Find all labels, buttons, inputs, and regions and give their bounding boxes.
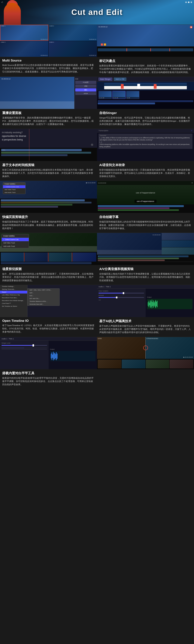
stinger-level-label: Stinger Level	[2, 342, 47, 344]
replay-btn-1[interactable]: POI设置	[75, 81, 96, 84]
voice-header: Audio 1 - TMix 1	[97, 285, 194, 288]
menu-item-detect-cuts[interactable]: ✓ Detect Scene Cuts	[3, 185, 25, 188]
av-video-area: 01:00:04:00	[97, 233, 194, 254]
bw-2	[52, 352, 52, 360]
auto-subtitle-image: use of happenstance use of happenstance …	[97, 181, 194, 213]
stinger-slider[interactable]	[2, 345, 47, 346]
auto-stinger-button[interactable]: Auto Stinger	[99, 78, 112, 81]
stinger-thumb-2[interactable]: 01:01:38	[112, 91, 126, 99]
stinger-thumb-3[interactable]: 01:06	[126, 91, 139, 99]
voice-amount-value: Amount	[99, 294, 144, 296]
otio-sub-3[interactable]: ALE...	[28, 294, 59, 297]
stinger-thumb-1[interactable]: 01:01:38	[99, 91, 112, 99]
otio-item-4[interactable]: Reconform From Bins...	[0, 296, 27, 299]
voice-waveform	[147, 299, 193, 309]
auto-stinger-section: Auto Stinger Add to ISE 01:01:38	[97, 77, 194, 129]
otio-left-menu: Timeline Settings... Starting Timecode..…	[0, 285, 28, 317]
otio-sub-4[interactable]: ALF and CDL...	[28, 297, 59, 300]
poi-marker-2	[150, 48, 151, 51]
wb-output-label: Output	[50, 348, 96, 350]
otio-section: Timeline Settings... Starting Timecode..…	[0, 285, 97, 337]
scene-clip-3	[49, 252, 72, 262]
qe-track-1	[1, 199, 85, 202]
voice-amount-slider-2[interactable]	[99, 297, 144, 298]
av-side-3	[162, 248, 194, 254]
poi-marker-1	[126, 48, 127, 51]
otio-sub-2[interactable]: AAF...	[28, 292, 59, 294]
camera-4: CAM 4 01:00:42:12	[49, 41, 97, 57]
menu-item-video-track[interactable]: Add Video Track	[3, 188, 25, 191]
replay-btn-3[interactable]: 播出	[75, 88, 96, 92]
voice-amount-slider[interactable]	[99, 293, 144, 294]
voice-isolation-text: 基于AI的人声隔离音效功能可以从人声录音中移移杂频的、不需要的声音。将录音中的对…	[99, 324, 192, 334]
stinger-thumb[interactable]	[33, 344, 34, 346]
replay-btn-2[interactable]: 录制	[75, 84, 96, 88]
markers-timecode: 01:00:04:12	[99, 26, 108, 28]
otio-item-2[interactable]: Starting Timecode...	[0, 288, 27, 291]
quick-edit-image: Create Subtitles ✓ Detect Scene Cuts Add…	[0, 181, 97, 213]
replay-btn-4[interactable]: ATEM	[75, 92, 96, 95]
text-tl-content: m industry evolving? opportunities for d…	[2, 131, 95, 142]
amount-thumb[interactable]	[116, 296, 117, 298]
ice-surface	[0, 101, 74, 109]
wb-slider-2[interactable]	[2, 348, 47, 348]
nav-dot-2[interactable]	[188, 2, 189, 3]
cut-marker-3	[72, 252, 72, 262]
otio-item-export[interactable]: Export	[0, 291, 27, 294]
wb-9	[154, 302, 154, 306]
stinger-image: Auto Stinger Add to ISE 01:01:38	[97, 77, 194, 109]
before-label: 处理前	[98, 338, 102, 340]
bw-8	[56, 352, 57, 360]
auto-subtitle-text: 快编页面和精编页面的上的自动字幕功能能够将时间线语音转变本自动转录进时间线上的字…	[99, 220, 192, 230]
scene-tl-track	[1, 262, 92, 264]
wb-clip-1	[98, 360, 121, 368]
otio-sub-5[interactable]: Timeline Markers to EDL...	[28, 300, 59, 303]
otio-item-1[interactable]: Timeline Settings...	[0, 285, 27, 288]
multi-source-title: Multi Source	[2, 59, 95, 62]
menu-detect-scene[interactable]: ✓ Detect Scene Cuts	[2, 238, 29, 241]
stinger-hockey-visual	[104, 83, 187, 90]
menu-detect-cuts[interactable]: Create Subtitles	[2, 234, 29, 238]
feature-row-7: Audio 1 - TMix 1 Stinger Level	[0, 337, 194, 389]
text-timeline-image: m industry evolving? opportunities for d…	[0, 129, 97, 161]
playhead	[29, 129, 29, 161]
otio-item-6[interactable]: ColorTrace™	[0, 302, 27, 305]
menu-item-audio-track[interactable]: Add Audio Track	[3, 191, 25, 194]
scene-cut-image: Create Subtitles ✓ Detect Scene Cuts Add…	[0, 233, 97, 265]
cam-3-label: CAM 3	[1, 41, 5, 43]
wb-main-panel: 处理前 应用场景剪切探测后 ▶ 01:01:00:00	[97, 337, 194, 359]
menu-add-audio[interactable]: Add Audio Track	[2, 244, 29, 248]
wb-clip-2	[122, 360, 145, 368]
wb-slider-3[interactable]	[2, 349, 47, 350]
wb-10	[155, 301, 155, 307]
nav-dot-3[interactable]	[190, 2, 192, 3]
voice-isolation-title: 基于AI的人声隔离技术	[99, 319, 192, 323]
stinger-thumb-3-tc: 01:06	[126, 97, 139, 99]
otio-image: Timeline Settings... Starting Timecode..…	[0, 285, 97, 317]
multi-source-image: CAM 1 01:00:42:12 CAM 2 01:00:42:12 CAM …	[0, 25, 97, 57]
feature-row-4: Create Subtitles ✓ Detect Scene Cuts Add…	[0, 181, 194, 233]
otio-sub-1[interactable]: AAF / XML / EDL / DRT / OTIO...	[28, 288, 59, 292]
otio-sub-6[interactable]: Generate New AAF...	[28, 303, 59, 306]
cursor-indicator: ↖	[91, 144, 93, 146]
otio-item-3[interactable]: Link Offline Reference Clip	[0, 294, 27, 296]
wb-clip-4	[170, 360, 193, 368]
nav-dot-1[interactable]	[185, 2, 187, 3]
menu-item-subtitles[interactable]: Create Subtitles	[3, 182, 25, 185]
cam-2-tc: 01:00:42:12	[89, 39, 96, 40]
transcript-block: Transcript (...) The ability of films to…	[99, 134, 192, 149]
quick-edit-timeline	[0, 198, 97, 213]
replay-title: 重播设置面板	[2, 111, 95, 115]
subtitle-video-area: use of happenstance use of happenstance …	[97, 181, 194, 204]
scene-cut-section: Create Subtitles ✓ Detect Scene Cuts Add…	[0, 233, 97, 285]
slider-thumb[interactable]	[123, 292, 124, 294]
wb-timecode: ▶ 01:01:00:00	[183, 356, 193, 358]
otio-item-7[interactable]: Set Timeline as Stereo	[0, 305, 27, 308]
otio-item-5[interactable]: Reconform from Media Storage...	[0, 299, 27, 302]
add-to-ise-button[interactable]: Add to ISE	[114, 78, 126, 81]
poi-marker-3	[169, 48, 170, 51]
wb-target[interactable]	[143, 346, 148, 350]
transcript-timestamp: Transcript	[99, 134, 191, 136]
menu-add-video[interactable]: Add Video Track	[2, 241, 29, 244]
version-watermark: v1	[1, 1, 3, 3]
